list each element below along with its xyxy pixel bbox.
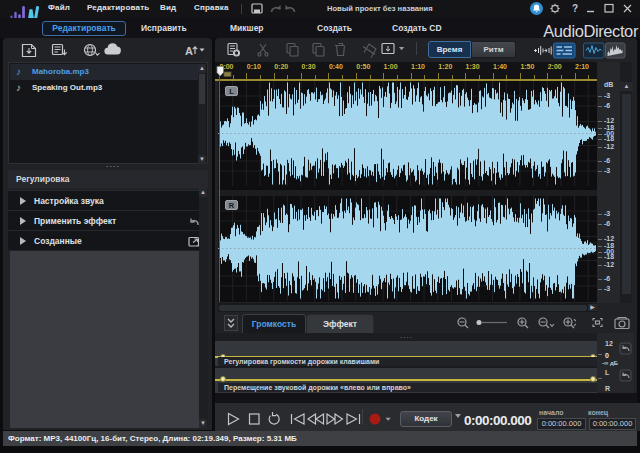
svg-text:?: ? — [572, 3, 578, 14]
svg-text:A: A — [185, 45, 193, 57]
